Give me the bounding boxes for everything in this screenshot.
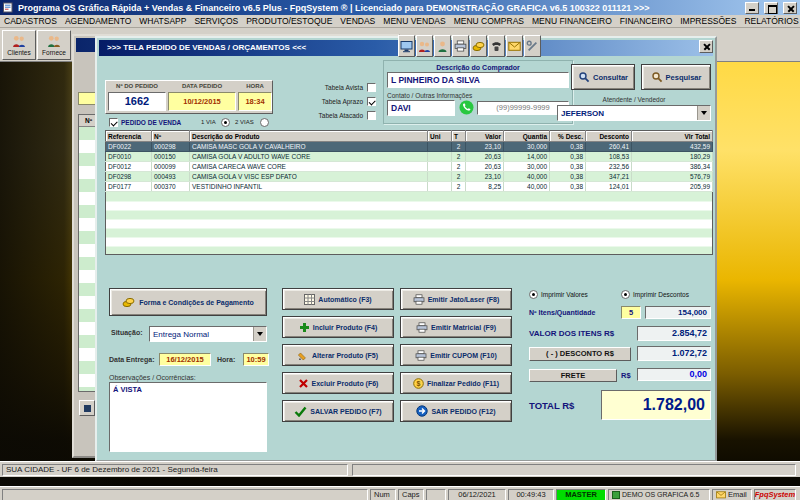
order-time-value[interactable]: 18:34 bbox=[238, 92, 272, 111]
excluir-produto-button[interactable]: Excluir Produto (F6) bbox=[282, 372, 394, 394]
col-quantia[interactable]: Quantia bbox=[504, 131, 550, 142]
cell: DF0022 bbox=[106, 142, 152, 152]
table-row[interactable]: DF0298000493CAMISA GOLA V VISC ESP DFATO… bbox=[106, 172, 713, 182]
contact-input[interactable]: DAVI bbox=[387, 100, 455, 116]
observacoes-label: Observações / Ocorrências: bbox=[109, 374, 196, 381]
clientes-toolbar-button[interactable]: Clientes bbox=[2, 30, 36, 60]
dialog-close-button[interactable] bbox=[699, 40, 713, 53]
toolbar-money-button[interactable] bbox=[470, 35, 487, 57]
close-button[interactable] bbox=[783, 2, 797, 14]
observacoes-textarea[interactable]: Á VISTA bbox=[109, 382, 267, 452]
col-valor[interactable]: Valor bbox=[466, 131, 504, 142]
menu-item-menu-compras[interactable]: MENU COMPRAS bbox=[450, 16, 528, 26]
salvar-pedido-button[interactable]: SALVAR PEDIDO (F7) bbox=[282, 400, 394, 422]
col-descricao[interactable]: Descrição do Produto bbox=[190, 131, 428, 142]
cell: CAMISA MASC GOLA V CAVALHEIRO bbox=[190, 142, 428, 152]
window-title: Programa OS Gráfica Rápida + Vendas & Fi… bbox=[18, 3, 740, 13]
menu-item-relatorios[interactable]: RELATÓRIOS bbox=[740, 16, 800, 26]
menu-item-vendas[interactable]: VENDAS bbox=[336, 16, 379, 26]
whatsapp-button[interactable] bbox=[459, 100, 474, 119]
toolbar-tools-button[interactable] bbox=[524, 35, 541, 57]
toolbar-person-button[interactable] bbox=[434, 35, 451, 57]
col-uni[interactable]: Uni bbox=[428, 131, 452, 142]
menu-item-agendamento[interactable]: AGENDAMENTO bbox=[61, 16, 135, 26]
menu-item-produto-estoque[interactable]: PRODUTO/ESTOQUE bbox=[242, 16, 336, 26]
alterar-produto-label: Alterar Produto (F5) bbox=[312, 352, 378, 359]
cell: 23,10 bbox=[466, 142, 504, 152]
buyer-name-input[interactable]: L PINHEIRO DA SILVA bbox=[387, 72, 569, 88]
table-row[interactable]: DF0177000370VESTIDINHO INFANTIL28,2540,0… bbox=[106, 182, 713, 192]
situacao-label: Situação: bbox=[111, 329, 143, 336]
menu-item-financeiro[interactable]: FINANCEIRO bbox=[616, 16, 676, 26]
empty-rows bbox=[106, 192, 713, 255]
pencil-icon bbox=[298, 350, 309, 361]
hora-entrega-value[interactable]: 10:59 bbox=[243, 353, 269, 366]
maximize-button[interactable] bbox=[764, 2, 778, 14]
tabela-atacado-label: Tabela Atacado bbox=[293, 112, 363, 119]
emitir-cupom-button[interactable]: Emitir CUPOM (F10) bbox=[400, 344, 512, 366]
emitir-matricial-button[interactable]: Emitir Matricial (F9) bbox=[400, 316, 512, 338]
finalizar-pedido-button[interactable]: $ Finalizar Pedido (F11) bbox=[400, 372, 512, 394]
toolbar-clients-button[interactable] bbox=[416, 35, 433, 57]
table-row-selected[interactable]: DF0022000298CAMISA MASC GOLA V CAVALHEIR… bbox=[106, 142, 713, 152]
menu-item-whatsapp[interactable]: WHATSAPP bbox=[135, 16, 190, 26]
minimize-button[interactable] bbox=[745, 2, 759, 14]
col-vlr-total[interactable]: Vlr Total bbox=[632, 131, 713, 142]
situacao-dropdown-button[interactable] bbox=[253, 327, 266, 341]
pesquisa-filter-field[interactable] bbox=[78, 92, 96, 105]
atendente-dropdown-button[interactable] bbox=[697, 106, 710, 120]
incluir-produto-button[interactable]: Incluir Produto (F4) bbox=[282, 316, 394, 338]
col-desconto[interactable]: Desconto bbox=[586, 131, 632, 142]
menu-item-servicos[interactable]: SERVIÇOS bbox=[190, 16, 242, 26]
tabela-atacado-checkbox[interactable] bbox=[367, 111, 376, 120]
forma-pagamento-button[interactable]: Forma e Condições de Pagamento bbox=[109, 288, 267, 316]
menu-item-impressoes[interactable]: IMPRESSÕES bbox=[676, 16, 740, 26]
via1-radio[interactable] bbox=[221, 118, 230, 127]
automatico-button[interactable]: Automático (F3) bbox=[282, 288, 394, 310]
frete-value[interactable]: 0,00 bbox=[637, 368, 711, 381]
table-row[interactable]: DF0010000150CAMISA GOLA V ADULTO WAVE CO… bbox=[106, 152, 713, 162]
menu-item-menu-vendas[interactable]: MENU VENDAS bbox=[379, 16, 449, 26]
toolbar-phone-button[interactable] bbox=[488, 35, 505, 57]
order-number-value[interactable]: 1662 bbox=[108, 92, 166, 111]
tabela-aprazo-checkbox[interactable] bbox=[367, 97, 376, 106]
status-brand: FpqSystem bbox=[754, 489, 796, 500]
toolbar-monitor-button[interactable] bbox=[398, 35, 415, 57]
printer-icon bbox=[415, 350, 427, 361]
menu-item-cadastros[interactable]: CADASTROS bbox=[0, 16, 61, 26]
via2-radio[interactable] bbox=[260, 118, 269, 127]
alterar-produto-button[interactable]: Alterar Produto (F5) bbox=[282, 344, 394, 366]
cell: 347,21 bbox=[586, 172, 632, 182]
scroll-lock-indicator bbox=[426, 489, 446, 500]
consultar-button[interactable]: Consultar bbox=[571, 64, 635, 90]
buyer-label: Descrição do Comprador bbox=[387, 64, 569, 71]
imprimir-valores-radio[interactable] bbox=[529, 290, 538, 299]
atendente-dropdown[interactable]: JEFERSON bbox=[557, 105, 711, 121]
imprimir-descontos-radio[interactable] bbox=[621, 290, 630, 299]
pedido-venda-checkbox[interactable] bbox=[109, 118, 118, 127]
itens-quantidade-label: Nº Itens/Quantidade bbox=[529, 309, 595, 316]
atendente-value: JEFERSON bbox=[558, 106, 697, 120]
status-email[interactable]: Email bbox=[712, 489, 752, 500]
menu-item-menu-financeiro[interactable]: MENU FINANCEIRO bbox=[528, 16, 616, 26]
order-date-value[interactable]: 10/12/2015 bbox=[168, 92, 236, 111]
toolbar-printer-button[interactable] bbox=[452, 35, 469, 57]
table-row[interactable]: DF0012000099CAMISA CARECA WAVE CORE220,6… bbox=[106, 162, 713, 172]
fornecedor-toolbar-button[interactable]: Fornece bbox=[37, 30, 71, 60]
sair-pedido-button[interactable]: SAIR PEDIDO (F12) bbox=[400, 400, 512, 422]
phone-input[interactable]: (99)99999-9999 bbox=[477, 101, 569, 115]
col-t[interactable]: T bbox=[452, 131, 466, 142]
total-label: TOTAL R$ bbox=[529, 400, 574, 411]
tabela-avista-checkbox[interactable] bbox=[367, 83, 376, 92]
col-referencia[interactable]: Referencia bbox=[106, 131, 152, 142]
situacao-dropdown[interactable]: Entrega Normal bbox=[149, 326, 267, 342]
finalizar-pedido-label: Finalizar Pedido (F11) bbox=[427, 380, 499, 387]
col-numero[interactable]: Nº bbox=[152, 131, 190, 142]
fornecedor-toolbar-label: Fornece bbox=[42, 49, 66, 56]
data-entrega-value[interactable]: 16/12/2015 bbox=[159, 353, 211, 366]
col-desc-pct[interactable]: % Desc. bbox=[550, 131, 586, 142]
emitir-jato-button[interactable]: Emitir Jato/Laser (F8) bbox=[400, 288, 512, 310]
toolbar-email-button[interactable] bbox=[506, 35, 523, 57]
pesquisa-button[interactable] bbox=[79, 400, 95, 416]
pesquisar-button[interactable]: Pesquisar bbox=[641, 64, 711, 90]
